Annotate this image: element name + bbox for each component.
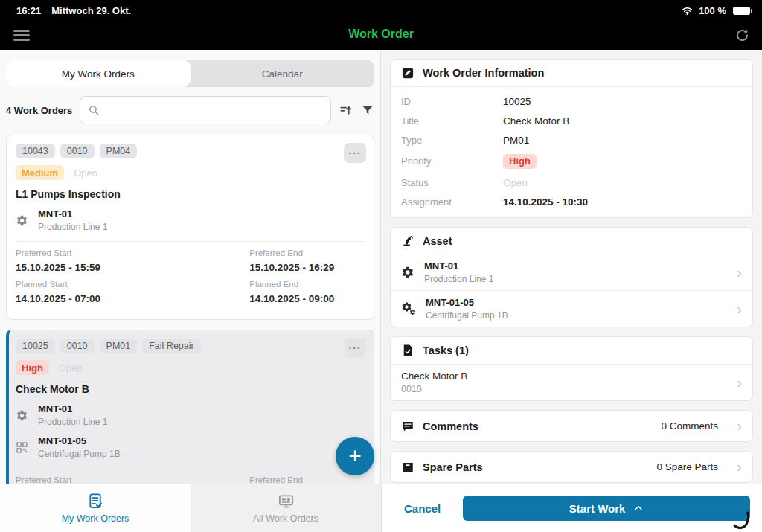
work-order-title: L1 Pumps Inspection [16,188,365,200]
asset-card: Asset MNT-01 Production Line 1 › [390,227,753,327]
gears-icon [401,301,416,316]
asset-name: Centrifugal Pump 1B [38,449,121,459]
task-row[interactable]: Check Motor B 0010 › [391,365,752,400]
page-title: Work Order [0,28,762,41]
date-label: Planned End [249,280,365,289]
field-value-status: Open [503,177,528,188]
tab-my-work-orders-bottom[interactable]: My Work Orders [0,484,190,532]
search-box[interactable] [80,96,331,124]
chevron-right-icon: › [737,264,742,280]
status-text: Open [59,362,83,374]
priority-badge: Medium [16,165,64,180]
asset-name: Production Line 1 [38,222,107,232]
tab-label: My Work Orders [62,513,129,524]
task-doc-icon [401,344,414,357]
work-order-list-panel: My Work Orders Calendar 4 Work Orders 10… [0,50,381,484]
field-label: Title [401,115,503,126]
doc-check-icon [87,493,104,510]
tag-operation: 0010 [60,144,95,158]
search-icon [88,104,100,116]
cancel-button[interactable]: Cancel [404,502,441,515]
tab-all-work-orders-bottom[interactable]: All Work Orders [190,484,381,532]
action-bar: Cancel Start Work [381,484,762,532]
card-menu-button[interactable]: ··· [344,338,366,358]
start-work-label: Start Work [569,502,626,515]
date: Mittwoch 29. Okt. [51,5,131,16]
comment-icon [401,420,414,433]
edit-note-icon [401,66,414,80]
sort-icon[interactable] [339,103,353,118]
chevron-right-icon: › [737,417,742,433]
tab-my-work-orders[interactable]: My Work Orders [6,60,190,87]
clock: 16:21 [16,5,41,16]
card-menu-button[interactable]: ··· [344,143,366,163]
chevron-right-icon: › [737,301,742,316]
field-label: ID [401,96,503,107]
work-order-count: 4 Work Orders [6,105,72,116]
work-order-information-card: Work Order Information ID 10025 Title Ch… [390,59,753,218]
tag-type: PM01 [100,339,138,353]
work-order-app: 16:21 Mittwoch 29. Okt. 100 % Work Order… [0,0,762,532]
asset-id: MNT-01 [38,403,107,414]
tag-type: PM04 [100,144,138,158]
tag-operation: 0010 [60,339,95,353]
field-label: Status [401,177,503,188]
tab-calendar[interactable]: Calendar [190,60,375,87]
field-label: Priority [401,156,503,167]
asset-name: Production Line 1 [424,274,493,284]
date-value: 15.10.2025 - 15:59 [16,262,249,273]
tasks-card: Tasks (1) Check Motor B 0010 › [390,336,753,401]
section-title: Tasks (1) [423,344,469,356]
work-order-title: Check Motor B [16,383,365,395]
refresh-icon[interactable] [734,28,750,43]
date-label: Preferred Start [16,249,249,257]
wifi-icon [681,5,694,16]
start-work-button[interactable]: Start Work [463,496,750,521]
add-work-order-button[interactable]: + [336,437,374,475]
status-text: Open [74,167,97,179]
bottom-tab-bar: My Work Orders All Work Orders [0,484,381,532]
battery-percent: 100 % [699,5,726,16]
work-order-card-10043[interactable]: 10043 0010 PM04 ··· Medium Open L1 Pumps… [6,135,374,320]
tag-category: Fail Repair [142,339,200,353]
field-value-title: Check Motor B [503,115,569,126]
field-label: Assignment [401,196,503,208]
priority-badge: High [16,360,49,375]
spare-parts-row[interactable]: Spare Parts 0 Spare Parts › [391,452,752,482]
spare-parts-card: Spare Parts 0 Spare Parts › [390,451,753,483]
section-title: Spare Parts [423,461,483,473]
asset-row-mnt-01[interactable]: MNT-01 Production Line 1 › [391,254,752,290]
status-bar: 16:21 Mittwoch 29. Okt. 100 % [0,0,762,21]
section-title: Comments [423,420,478,432]
chevron-right-icon: › [737,374,742,390]
search-input[interactable] [106,105,323,116]
tag-id: 10025 [16,339,55,353]
qr-code-icon [16,441,28,454]
section-title: Asset [423,235,452,247]
date-label: Preferred End [249,475,365,484]
date-value: 14.10.2025 - 07:00 [16,293,249,304]
filter-icon[interactable] [361,103,374,118]
date-value: 14.10.2025 - 09:00 [249,293,365,304]
gear-icon [16,409,28,422]
date-value: 15.10.2025 - 16:29 [249,262,365,273]
chevron-right-icon: › [737,458,742,474]
asset-id: MNT-01 [424,260,493,272]
gear-icon [401,266,414,279]
comments-count: 0 Comments [661,420,718,432]
field-label: Type [401,135,503,146]
date-label: Planned Start [16,280,249,289]
work-order-detail-panel: Work Order Information ID 10025 Title Ch… [381,50,762,484]
spare-parts-count: 0 Spare Parts [656,461,718,472]
battery-icon [733,7,750,15]
section-title: Work Order Information [423,67,544,79]
comments-card: Comments 0 Comments › [390,410,753,442]
monitor-icon [278,493,295,510]
robot-arm-icon [401,234,414,248]
view-segmented-control: My Work Orders Calendar [6,60,374,87]
field-value-type: PM01 [503,135,529,146]
comments-row[interactable]: Comments 0 Comments › [391,411,752,441]
work-order-card-10025[interactable]: 10025 0010 PM01 Fail Repair ··· High Ope… [6,330,374,484]
asset-name: Production Line 1 [38,417,107,427]
asset-row-mnt-01-05[interactable]: MNT-01-05 Centrifugal Pump 1B › [391,290,752,327]
